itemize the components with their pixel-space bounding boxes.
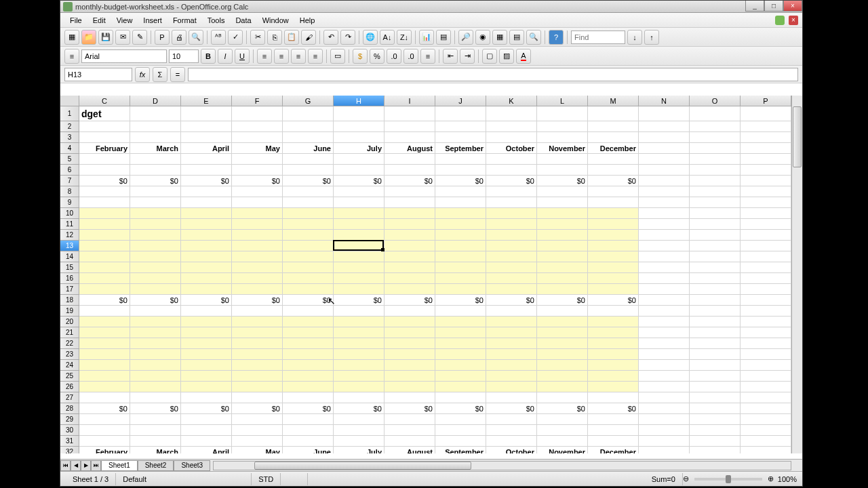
open-button[interactable]: 📁 (81, 30, 96, 45)
cell-F15[interactable] (232, 262, 283, 273)
cell-O32[interactable] (690, 447, 741, 453)
find-button[interactable]: 🔎 (458, 30, 473, 45)
cell-D29[interactable] (130, 414, 181, 425)
cell-F22[interactable] (232, 338, 283, 349)
cell-P7[interactable] (741, 176, 791, 186)
cell-M3[interactable] (588, 132, 639, 143)
cell-M30[interactable] (588, 425, 639, 436)
cell-D25[interactable] (130, 371, 181, 382)
cell-H10[interactable] (334, 208, 384, 219)
cell-D3[interactable] (130, 132, 181, 143)
cell-D18[interactable]: $0 (130, 295, 181, 306)
cell-E18[interactable]: $0 (181, 295, 232, 306)
cell-F4[interactable]: May (232, 143, 283, 154)
cell-D7[interactable]: $0 (130, 176, 181, 186)
cell-H27[interactable] (334, 392, 384, 403)
cell-K22[interactable] (486, 338, 537, 349)
cell-K9[interactable] (486, 197, 537, 208)
cell-I12[interactable] (384, 230, 435, 241)
cell-G13[interactable] (283, 241, 334, 251)
cell-F31[interactable] (232, 436, 283, 447)
cell-J21[interactable] (435, 327, 486, 338)
cell-F23[interactable] (232, 349, 283, 360)
cell-P18[interactable] (741, 295, 791, 306)
cell-G21[interactable] (283, 327, 334, 338)
cell-H14[interactable] (334, 251, 384, 262)
cell-F10[interactable] (232, 208, 283, 219)
cell-J16[interactable] (435, 273, 486, 284)
cell-E17[interactable] (181, 284, 232, 295)
cell-J9[interactable] (435, 197, 486, 208)
cell-E21[interactable] (181, 327, 232, 338)
cell-G9[interactable] (283, 197, 334, 208)
cell-J23[interactable] (435, 349, 486, 360)
cell-L20[interactable] (537, 317, 588, 327)
row-header-23[interactable]: 23 (60, 349, 79, 360)
cell-L11[interactable] (537, 219, 588, 230)
cell-J18[interactable]: $0 (435, 295, 486, 306)
cell-H17[interactable] (334, 284, 384, 295)
menu-help[interactable]: Help (294, 15, 321, 26)
cell-K18[interactable]: $0 (486, 295, 537, 306)
cell-M1[interactable] (588, 106, 639, 121)
cell-O26[interactable] (690, 382, 741, 392)
cell-G29[interactable] (283, 414, 334, 425)
cell-C31[interactable] (79, 436, 130, 447)
cell-G18[interactable]: $0 (283, 295, 334, 306)
cell-G17[interactable] (283, 284, 334, 295)
find-input[interactable] (571, 30, 625, 44)
row-header-31[interactable]: 31 (60, 436, 79, 447)
cell-H7[interactable]: $0 (334, 176, 384, 186)
row-header-24[interactable]: 24 (60, 360, 79, 371)
cell-O20[interactable] (690, 317, 741, 327)
hscrollbar-thumb[interactable] (254, 462, 471, 470)
cell-G11[interactable] (283, 219, 334, 230)
cell-H28[interactable]: $0 (334, 403, 384, 414)
cell-J1[interactable] (435, 106, 486, 121)
cell-O30[interactable] (690, 425, 741, 436)
row-header-32[interactable]: 32 (60, 447, 79, 453)
cell-J8[interactable] (435, 186, 486, 197)
row-header-17[interactable]: 17 (60, 284, 79, 295)
cell-N2[interactable] (639, 121, 690, 132)
print-button[interactable]: 🖨 (172, 30, 186, 45)
cell-N28[interactable] (639, 403, 690, 414)
cell-L1[interactable] (537, 106, 588, 121)
border-button[interactable]: ▢ (482, 49, 497, 64)
cell-D11[interactable] (130, 219, 181, 230)
cell-O17[interactable] (690, 284, 741, 295)
cell-P24[interactable] (741, 360, 791, 371)
cell-N29[interactable] (639, 414, 690, 425)
cell-L6[interactable] (537, 165, 588, 176)
cell-F21[interactable] (232, 327, 283, 338)
cell-O25[interactable] (690, 371, 741, 382)
cell-M15[interactable] (588, 262, 639, 273)
cell-N4[interactable] (639, 143, 690, 154)
cell-L13[interactable] (537, 241, 588, 251)
cell-G15[interactable] (283, 262, 334, 273)
show-button[interactable]: ▤ (436, 30, 451, 45)
cell-M14[interactable] (588, 251, 639, 262)
cell-F6[interactable] (232, 165, 283, 176)
cell-N13[interactable] (639, 241, 690, 251)
cell-E14[interactable] (181, 251, 232, 262)
cell-C12[interactable] (79, 230, 130, 241)
menu-view[interactable]: View (111, 15, 138, 26)
cell-D13[interactable] (130, 241, 181, 251)
cell-H31[interactable] (334, 436, 384, 447)
bold-button[interactable]: B (201, 49, 216, 64)
row-header-1[interactable]: 1 (60, 106, 79, 121)
cell-H2[interactable] (334, 121, 384, 132)
cell-G31[interactable] (283, 436, 334, 447)
paste-button[interactable]: 📋 (284, 30, 299, 45)
row-header-21[interactable]: 21 (60, 327, 79, 338)
bg-color-button[interactable]: ▨ (499, 49, 514, 64)
cell-J6[interactable] (435, 165, 486, 176)
menu-data[interactable]: Data (230, 15, 256, 26)
cell-H24[interactable] (334, 360, 384, 371)
cell-M22[interactable] (588, 338, 639, 349)
cell-C17[interactable] (79, 284, 130, 295)
cell-I20[interactable] (384, 317, 435, 327)
cell-C15[interactable] (79, 262, 130, 273)
cell-O24[interactable] (690, 360, 741, 371)
